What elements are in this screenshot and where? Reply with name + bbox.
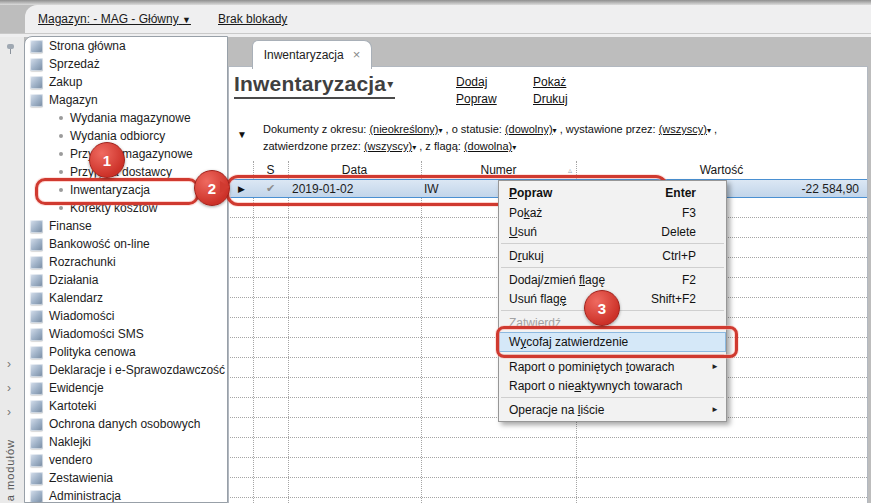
banking-icon (30, 238, 43, 251)
sidebar-item-strona-glowna[interactable]: Strona główna (25, 37, 227, 55)
filter-flag-link[interactable]: (dowolna) (464, 140, 512, 152)
chevron-down-icon: ▾ (553, 126, 557, 135)
sidebar-item-wydania-odbiorcy[interactable]: Wydania odbiorcy (25, 127, 227, 145)
pin-icon[interactable] (5, 43, 16, 54)
sort-asc-icon: ▵ (568, 162, 572, 180)
calendar-icon (30, 292, 43, 305)
sidebar-item-vendero[interactable]: vendero (25, 451, 227, 469)
table-empty-row (230, 438, 867, 458)
annotation-pointer (220, 181, 230, 193)
sidebar-item-wydania-magazynowe[interactable]: Wydania magazynowe (25, 109, 227, 127)
filter-line-2: zatwierdzone przez: (wszyscy)▾ , z flagą… (263, 140, 516, 152)
print-link[interactable]: Drukuj (533, 92, 568, 106)
chevron-right-icon[interactable]: › (7, 407, 11, 417)
sidebar-item-deklaracje[interactable]: Deklaracje i e-Sprawozdawczość (25, 361, 227, 379)
chevron-right-icon[interactable]: › (7, 359, 11, 369)
filter-line-1: Dokumenty z okresu: (nieokreślony)▾ , o … (263, 123, 717, 135)
table-empty-row (230, 498, 867, 503)
sidebar-item-ewidencje[interactable]: Ewidencje (25, 379, 227, 397)
filter-status-link[interactable]: (dowolny) (505, 123, 553, 135)
sidebar-item-zakup[interactable]: Zakup (25, 73, 227, 91)
table-empty-row (230, 458, 867, 478)
menu-item-operacje-na-liscie[interactable]: Operacje na liście► (499, 400, 726, 419)
show-link[interactable]: Pokaż (533, 75, 566, 89)
menu-item-wycofaj-zatwierdzenie[interactable]: Wycofaj zatwierdzenie (499, 332, 726, 352)
annotation-step-3: 3 (584, 290, 620, 326)
sidebar-item-rozrachunki[interactable]: Rozrachunki (25, 253, 227, 271)
column-header-status[interactable]: S (253, 161, 288, 179)
chevron-right-icon[interactable]: › (7, 383, 11, 393)
module-strip-vertical-label: a modułów (4, 439, 16, 501)
records-icon (30, 382, 43, 395)
pricing-icon (30, 346, 43, 359)
bullet-icon (59, 116, 63, 120)
column-header-number[interactable]: Numer▵ (421, 161, 576, 179)
table-header: S Data Numer▵ Wartość (230, 161, 867, 179)
finance-icon (30, 220, 43, 233)
sms-icon (30, 328, 43, 341)
settlements-icon (30, 256, 43, 269)
close-icon[interactable]: × (353, 50, 361, 60)
chevron-down-icon: ▼ (182, 15, 191, 25)
purchase-icon (30, 76, 43, 89)
vendero-icon (30, 454, 43, 467)
sidebar-item-naklejki[interactable]: Naklejki (25, 433, 227, 451)
filter-approved-by-link[interactable]: (wszyscy) (364, 140, 412, 152)
menu-item-pokaz[interactable]: PokażF3 (499, 203, 726, 222)
sidebar-item-kartoteki[interactable]: Kartoteki (25, 397, 227, 415)
sales-icon (30, 58, 43, 71)
catalogs-icon (30, 400, 43, 413)
menu-item-popraw[interactable]: PoprawEnter (499, 183, 726, 203)
annotation-step-1: 1 (89, 142, 125, 178)
sidebar-item-polityka-cenowa[interactable]: Polityka cenowa (25, 343, 227, 361)
sidebar-item-dzialania[interactable]: Działania (25, 271, 227, 289)
chevron-down-icon: ▾ (438, 126, 442, 135)
warehouse-icon (30, 94, 43, 107)
menu-item-raport-nieaktywne-towary[interactable]: Raport o nieaktywnych towarach (499, 376, 726, 395)
filter-collapse-icon[interactable]: ▼ (237, 129, 247, 140)
column-header-selector (230, 161, 253, 179)
sidebar-item-wiadomosci[interactable]: Wiadomości (25, 307, 227, 325)
sidebar-item-korekty-kosztow[interactable]: Korekty kosztów (25, 199, 227, 217)
personal-data-icon (30, 418, 43, 431)
sidebar: Strona główna Sprzedaż Zakup Magazyn Wyd… (24, 36, 228, 503)
sidebar-item-kalendarz[interactable]: Kalendarz (25, 289, 227, 307)
table-empty-row (230, 478, 867, 498)
sidebar-item-ochrona-danych[interactable]: Ochrona danych osobowych (25, 415, 227, 433)
status-check-icon: ✔ (253, 182, 288, 195)
bullet-icon (59, 170, 63, 174)
sidebar-item-bankowosc-on-line[interactable]: Bankowość on-line (25, 235, 227, 253)
tab-inwentaryzacja[interactable]: Inwentaryzacja × (252, 40, 372, 69)
administration-icon (30, 490, 43, 503)
sidebar-item-sprzedaz[interactable]: Sprzedaż (25, 55, 227, 73)
filter-period-link[interactable]: (nieokreślony) (369, 123, 438, 135)
sidebar-item-administracja[interactable]: Administracja (25, 487, 227, 503)
column-header-date[interactable]: Data (288, 161, 421, 179)
menu-item-raport-pominiete-towary[interactable]: Raport o pominiętych towarach► (499, 357, 726, 376)
lock-status-link[interactable]: Brak blokady (218, 12, 287, 26)
edit-link[interactable]: Popraw (456, 92, 497, 106)
menu-item-drukuj[interactable]: DrukujCtrl+P (499, 246, 726, 265)
submenu-arrow-icon: ► (711, 362, 719, 371)
bullet-icon (59, 188, 63, 192)
chevron-down-icon: ▾ (412, 143, 416, 152)
sidebar-item-zestawienia[interactable]: Zestawienia (25, 469, 227, 487)
column-header-value[interactable]: Wartość (576, 161, 867, 179)
menu-item-dodaj-zmien-flage[interactable]: Dodaj/zmień flagęF2 (499, 270, 726, 289)
warehouse-selector[interactable]: Magazyn: - MAG - Główny ▼ (38, 12, 191, 26)
sidebar-item-przyjecia-magazynowe[interactable]: Przyjęcia magazynowe (25, 145, 227, 163)
filter-issued-by-link[interactable]: (wszyscy) (659, 123, 707, 135)
sidebar-item-finanse[interactable]: Finanse (25, 217, 227, 235)
row-date: 2019-01-02 (288, 182, 421, 196)
declarations-icon (30, 364, 43, 377)
module-strip: › › › a modułów (0, 37, 25, 503)
menu-item-usun[interactable]: UsuńDelete (499, 222, 726, 241)
home-icon (30, 40, 43, 53)
page-title[interactable]: Inwentaryzacja▾ (234, 72, 395, 99)
sidebar-item-wiadomosci-sms[interactable]: Wiadomości SMS (25, 325, 227, 343)
sidebar-item-magazyn[interactable]: Magazyn (25, 91, 227, 109)
add-link[interactable]: Dodaj (456, 75, 487, 89)
chevron-down-icon: ▾ (707, 126, 711, 135)
chevron-down-icon: ▾ (512, 143, 516, 152)
activities-icon (30, 274, 43, 287)
